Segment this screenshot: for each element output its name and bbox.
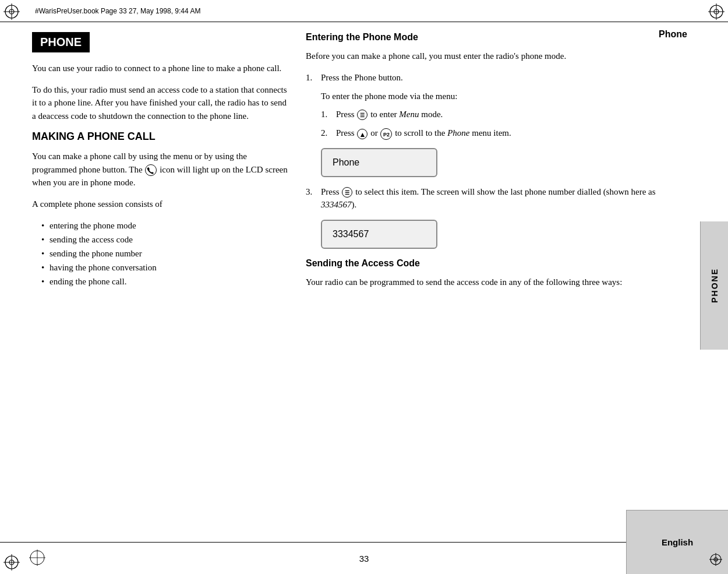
phone-heading: PHONE [32, 32, 90, 52]
right-column: Entering the Phone Mode Before you can m… [306, 32, 690, 539]
session-bullets: entering the phone mode sending the acce… [32, 219, 288, 288]
bullet-2: sending the access code [41, 233, 288, 246]
step-1a: 1. Press ☰ to enter Menu mode. [321, 108, 690, 121]
corner-mark-tl [3, 3, 20, 20]
menu-button-icon: ☰ [357, 110, 367, 120]
phone-side-tab-text: PHONE [710, 268, 719, 303]
step-1: 1. Press the Phone button. [306, 71, 690, 84]
phone-word: Phone [447, 128, 469, 138]
lcd-screen-1: Phone [321, 148, 437, 177]
step-2a: 2. Press ▲ or P2 to scroll to the Phone … [321, 126, 690, 140]
left-column: PHONE You can use your radio to connect … [32, 32, 288, 539]
step2a-num: 2. [321, 126, 331, 140]
example-number: 3334567 [321, 200, 352, 209]
step1-sub: To enter the phone mode via the menu: [321, 90, 690, 103]
bullet-5: ending the phone call. [41, 274, 288, 288]
main-content: PHONE You can use your radio to connect … [32, 32, 690, 539]
intro-para2: To do this, your radio must send an acce… [32, 83, 288, 123]
session-intro: A complete phone session consists of [32, 198, 288, 211]
lcd2-text: 3334567 [333, 229, 369, 239]
section1-title: Entering the Phone Mode [306, 32, 690, 43]
section2-title: Sending the Access Code [306, 258, 690, 269]
step1-num: 1. [306, 71, 316, 84]
english-tab: English [626, 510, 728, 574]
header-text: #WarisPreUser.book Page 33 27, May 1998,… [35, 7, 200, 15]
english-tab-icon [709, 553, 722, 568]
top-header-bar: #WarisPreUser.book Page 33 27, May 1998,… [0, 0, 728, 22]
p2-button-icon: P2 [380, 128, 392, 140]
intro-para1: You can use your radio to connect to a p… [32, 62, 288, 75]
phone-circle-icon [145, 164, 157, 176]
section1-intro: Before you can make a phone call, you mu… [306, 50, 690, 63]
section2-intro: Your radio can be programmed to send the… [306, 276, 690, 289]
step1a-content: Press ☰ to enter Menu mode. [336, 108, 443, 121]
step2a-content: Press ▲ or P2 to scroll to the Phone men… [336, 126, 511, 140]
lcd1-text: Phone [333, 157, 359, 167]
menu-word: Menu [399, 110, 419, 119]
bottom-bar: 33 [0, 542, 728, 574]
lcd-screen-2: 3334567 [321, 220, 437, 249]
bullet-3: sending the phone number [41, 246, 288, 260]
making-heading: MAKING A PHONE CALL [32, 131, 288, 143]
step3-num: 3. [306, 185, 316, 212]
corner-mark-tr [708, 3, 725, 20]
bottom-left-cross [29, 550, 45, 568]
step3-content: Press ☰ to select this item. The screen … [321, 185, 690, 212]
menu-button-icon-2: ☰ [342, 187, 352, 198]
phone-side-tab: PHONE [700, 221, 728, 350]
bullet-1: entering the phone mode [41, 219, 288, 233]
step1a-num: 1. [321, 108, 331, 121]
bullet-4: having the phone conversation [41, 260, 288, 274]
page-number: 33 [359, 554, 369, 564]
english-tab-text: English [662, 537, 693, 547]
making-para: You can make a phone call by using the m… [32, 150, 288, 189]
step1-text: Press the Phone button. [321, 71, 403, 84]
up-arrow-icon: ▲ [357, 129, 367, 139]
step-3: 3. Press ☰ to select this item. The scre… [306, 185, 690, 212]
